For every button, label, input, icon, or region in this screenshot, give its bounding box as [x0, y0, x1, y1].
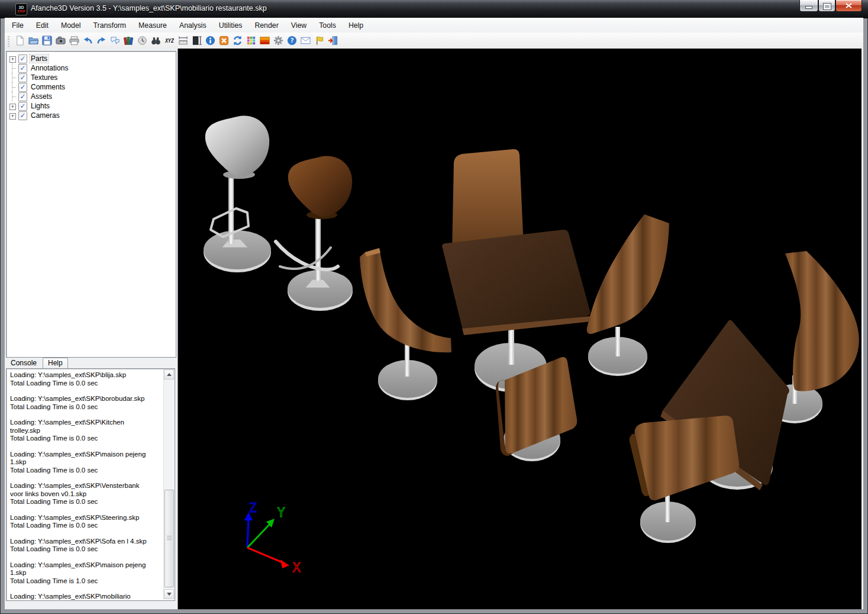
chair-left: [360, 248, 451, 400]
toolbar-icons: XYZ?: [13, 34, 340, 47]
screenshot-camera-icon[interactable]: [54, 34, 67, 47]
toolbar-grip[interactable]: [8, 35, 9, 47]
menu-item-render[interactable]: Render: [249, 19, 283, 32]
tree-item-parts[interactable]: +✓Parts: [7, 54, 176, 63]
menu-item-transform[interactable]: Transform: [88, 19, 132, 32]
log-time-line: Total Loading Time is 0.0 sec: [10, 435, 152, 443]
maximize-icon: [824, 4, 831, 9]
tree-gutter: [7, 63, 18, 73]
log-file-line: Loading: Y:\samples_ext\SKP\blija.skp: [10, 371, 152, 380]
tab-help[interactable]: Help: [43, 358, 68, 368]
visibility-checkbox[interactable]: ✓: [18, 102, 27, 111]
title-bar[interactable]: 3D STEP Afanche3D Version 3.5 - Y:\sampl…: [0, 0, 868, 18]
log-file-line: Loading: Y:\samples_ext\SKP\Steering.skp: [10, 514, 152, 522]
save-icon[interactable]: [40, 34, 54, 47]
menu-item-edit[interactable]: Edit: [31, 19, 54, 32]
tree-item-assets[interactable]: ✓Assets: [7, 92, 176, 101]
visibility-checkbox[interactable]: ✓: [18, 92, 27, 101]
log-time-line: Total Loading Time is 0.0 sec: [10, 522, 152, 530]
menu-item-model[interactable]: Model: [56, 19, 86, 32]
close-button[interactable]: [835, 0, 862, 12]
undo-icon[interactable]: [81, 34, 95, 47]
tree-connector-stub: [12, 97, 16, 97]
xyz-coordinates-icon[interactable]: XYZ: [163, 34, 176, 47]
menu-item-file[interactable]: File: [7, 19, 29, 32]
refresh-icon[interactable]: [231, 34, 244, 47]
log-entry: Loading: Y:\samples_ext\SKP\maison pejen…: [10, 561, 152, 586]
expand-plus-icon[interactable]: +: [9, 56, 16, 63]
open-folder-icon[interactable]: [27, 34, 40, 47]
arrow-down-icon: [167, 593, 172, 596]
app-icon-text-bottom: STEP: [16, 10, 27, 13]
scroll-down-button[interactable]: [164, 589, 174, 599]
tree-item-label[interactable]: Cameras: [30, 111, 61, 120]
menu-item-view[interactable]: View: [286, 19, 312, 32]
console-log: Loading: Y:\samples_ext\SKP\blija.skpTot…: [6, 368, 175, 601]
visibility-checkbox[interactable]: ✓: [18, 54, 27, 63]
log-time-line: Total Loading Time is 0.0 sec: [10, 545, 152, 554]
tree-item-label[interactable]: Parts: [30, 54, 49, 63]
minimize-button[interactable]: [799, 0, 818, 12]
tree-connector-stub: [12, 87, 16, 88]
tree-item-textures[interactable]: ✓Textures: [7, 73, 176, 82]
search-binoculars-icon[interactable]: [149, 34, 163, 47]
new-document-icon[interactable]: [13, 34, 27, 47]
flag-icon[interactable]: [312, 34, 326, 47]
print-icon[interactable]: [67, 34, 81, 47]
comments-icon[interactable]: [108, 34, 122, 47]
info-icon[interactable]: [204, 34, 217, 47]
menu-item-help[interactable]: Help: [343, 19, 369, 32]
render-material-icon[interactable]: [258, 34, 272, 47]
console-log-text: Loading: Y:\samples_ext\SKP\blija.skpTot…: [10, 371, 152, 601]
axis-label-x: X: [292, 560, 301, 575]
log-entry: Loading: Y:\samples_ext\SKP\Vensterbank …: [10, 482, 152, 506]
menu-item-measure[interactable]: Measure: [133, 19, 172, 32]
close-file-icon[interactable]: [217, 34, 231, 47]
visibility-checkbox[interactable]: ✓: [18, 73, 27, 82]
color-grid-icon[interactable]: [244, 34, 258, 47]
tree-connector-stub: [12, 68, 16, 69]
exit-icon[interactable]: [326, 34, 340, 47]
minimize-icon: [806, 7, 812, 8]
model-tree: +✓Parts✓Annotations✓Textures✓Comments✓As…: [6, 51, 176, 358]
console-scrollbar[interactable]: [163, 369, 174, 599]
tree-gutter: +: [7, 54, 18, 63]
tree-item-label[interactable]: Assets: [30, 92, 53, 101]
visibility-checkbox[interactable]: ✓: [18, 83, 27, 92]
tab-console[interactable]: Console: [6, 358, 41, 368]
expand-plus-icon[interactable]: +: [9, 113, 16, 120]
tree-item-label[interactable]: Lights: [30, 102, 51, 110]
tree-item-label[interactable]: Annotations: [30, 64, 69, 72]
tree-item-lights[interactable]: +✓Lights: [7, 101, 176, 111]
email-icon[interactable]: [299, 34, 312, 47]
tree-gutter: +: [7, 101, 18, 111]
scrollbar-thumb[interactable]: [164, 490, 174, 587]
settings-gear-icon[interactable]: [272, 34, 285, 47]
tree-item-cameras[interactable]: +✓Cameras: [7, 111, 176, 120]
maximize-button[interactable]: [818, 0, 835, 12]
app-icon-text-top: 3D: [16, 5, 27, 9]
library-books-icon[interactable]: [122, 34, 135, 47]
window-title: Afanche3D Version 3.5 - Y:\samples_ext\S…: [31, 4, 267, 12]
visibility-checkbox[interactable]: ✓: [18, 64, 27, 73]
log-file-line: Loading: Y:\samples_ext\SKP\maison pejen…: [10, 561, 152, 577]
axis-label-y: Y: [277, 505, 285, 520]
redo-icon[interactable]: [95, 34, 108, 47]
viewport-3d[interactable]: Z Y X: [178, 49, 861, 609]
log-entry: Loading: Y:\samples_ext\SKP\blija.skpTot…: [10, 371, 152, 387]
help-icon[interactable]: ?: [285, 34, 299, 47]
left-panel: +✓Parts✓Annotations✓Textures✓Comments✓As…: [5, 49, 178, 609]
menu-item-analysis[interactable]: Analysis: [174, 19, 212, 32]
expand-plus-icon[interactable]: +: [9, 104, 16, 110]
visibility-checkbox[interactable]: ✓: [18, 111, 27, 120]
tree-item-label[interactable]: Textures: [30, 73, 59, 82]
menu-item-utilities[interactable]: Utilities: [214, 19, 248, 32]
tree-item-comments[interactable]: ✓Comments: [7, 82, 176, 92]
tree-item-annotations[interactable]: ✓Annotations: [7, 63, 176, 73]
section-measure-icon[interactable]: [190, 34, 204, 47]
measure-distance-icon[interactable]: [176, 34, 190, 47]
scroll-up-button[interactable]: [164, 369, 174, 380]
history-clock-icon[interactable]: [135, 34, 149, 47]
menu-item-tools[interactable]: Tools: [314, 19, 341, 32]
tree-item-label[interactable]: Comments: [30, 83, 66, 91]
